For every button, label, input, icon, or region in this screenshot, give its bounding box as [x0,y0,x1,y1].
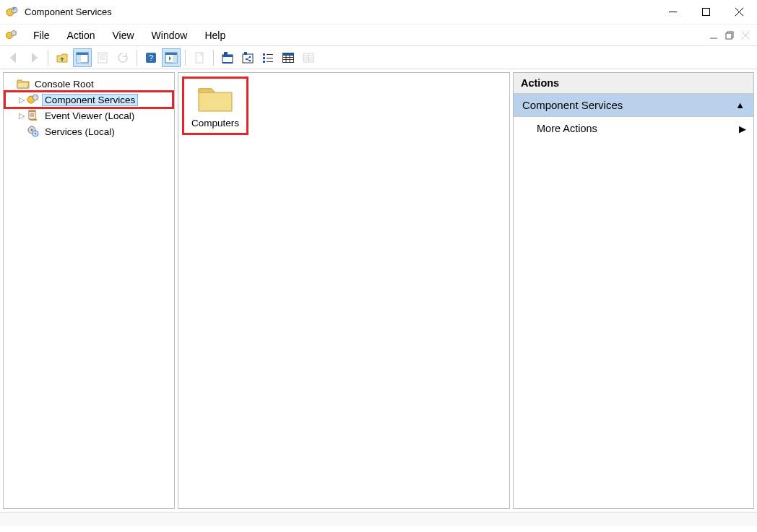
tree-root[interactable]: Console Root [5,76,173,92]
folder-icon [197,83,233,113]
svg-rect-25 [263,53,265,56]
new-object-button [190,48,209,67]
tree-node-event-viewer[interactable]: ▷ Event Viewer (Local) [5,108,173,123]
svg-point-39 [35,133,36,134]
mdi-window-controls [705,28,754,43]
svg-rect-14 [165,53,177,55]
actions-row-label: More Actions [537,123,597,134]
view-app-button[interactable] [218,48,237,67]
svg-rect-16 [196,53,203,63]
submenu-icon: ▶ [739,123,746,134]
svg-text:?: ? [149,53,153,62]
close-button[interactable] [722,1,756,24]
back-button [4,48,23,67]
tree-node-component-services[interactable]: ▷ Component Services [5,92,173,108]
component-services-icon [27,93,40,106]
svg-rect-6 [726,33,732,39]
actions-header: Actions [514,73,753,94]
menu-file[interactable]: File [25,27,59,44]
refresh-button [113,48,132,67]
actions-more-actions[interactable]: More Actions ▶ [514,117,753,140]
content-item-label: Computers [191,118,239,128]
collapse-icon: ▲ [735,100,745,110]
svg-point-37 [31,129,33,131]
view-detail-button[interactable] [279,48,298,67]
help-button[interactable]: ? [142,48,160,67]
view-property-button [299,48,318,67]
content-item-computers[interactable]: Computers [184,79,246,133]
svg-rect-27 [263,61,265,63]
toolbar: ? [0,46,757,69]
svg-rect-26 [263,57,265,59]
show-hide-action-pane-button[interactable] [162,48,181,67]
app-icon [6,6,19,19]
svg-rect-35 [30,119,37,121]
maximize-button[interactable] [689,1,722,24]
tree-node-label: Services (Local) [43,126,117,137]
tree-root-label: Console Root [33,79,96,90]
content-pane[interactable]: Computers [178,72,510,509]
mdi-minimize-button[interactable] [706,28,721,43]
menu-help[interactable]: Help [196,27,234,44]
up-button[interactable] [53,48,72,67]
expander-icon[interactable]: ▷ [17,95,27,105]
svg-rect-15 [173,55,177,63]
forward-button [25,48,43,67]
expander-icon[interactable]: ▷ [17,111,27,121]
actions-pane: Actions Component Services ▲ More Action… [513,72,754,509]
tree-node-services[interactable]: Services (Local) [5,123,173,139]
event-viewer-icon [27,109,40,122]
menu-bar: File Action View Window Help [0,25,757,46]
minimize-button[interactable] [656,1,689,24]
mdi-close-button [738,28,753,43]
main-panes: Console Root ▷ Component Services ▷ Even… [0,69,757,512]
export-list-button [93,48,112,67]
app-icon-small [6,30,17,41]
menu-action[interactable]: Action [59,27,104,44]
tree-node-label: Event Viewer (Local) [43,110,137,121]
svg-rect-9 [77,55,81,63]
folder-open-icon [17,77,30,90]
mdi-restore-button[interactable] [722,28,737,43]
tree-pane[interactable]: Console Root ▷ Component Services ▷ Even… [3,72,175,509]
view-components-button[interactable] [238,48,257,67]
svg-rect-19 [224,52,228,56]
window-title: Component Services [25,6,112,17]
svg-rect-10 [98,53,107,63]
svg-point-32 [33,95,38,100]
actions-section[interactable]: Component Services ▲ [514,94,753,117]
show-hide-tree-button[interactable] [73,48,92,67]
view-list-button[interactable] [259,48,277,67]
menu-window[interactable]: Window [143,27,196,44]
svg-rect-34 [29,110,35,112]
svg-rect-2 [702,9,709,16]
services-icon [27,125,40,138]
svg-point-4 [12,30,17,35]
title-bar: Component Services [0,0,757,25]
svg-rect-29 [283,53,294,55]
menu-view[interactable]: View [103,27,142,44]
svg-rect-8 [77,53,88,55]
status-bar [0,512,757,526]
tree-node-label: Component Services [43,95,137,105]
actions-section-label: Component Services [522,99,623,111]
svg-rect-21 [244,52,247,55]
